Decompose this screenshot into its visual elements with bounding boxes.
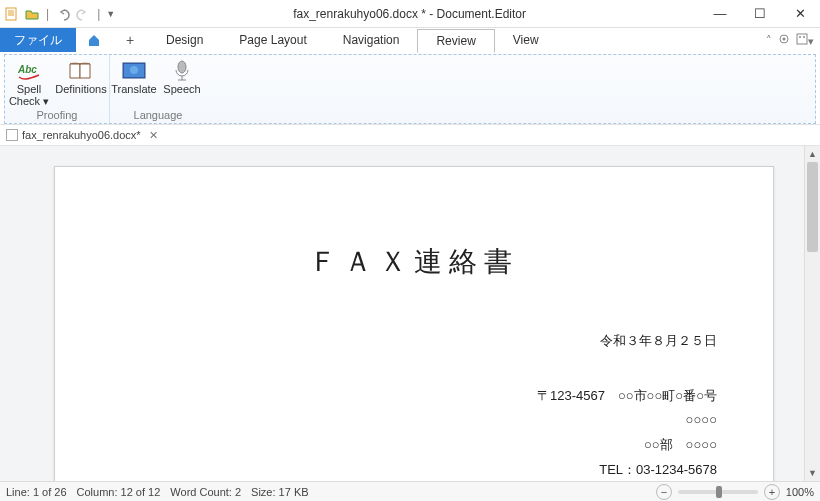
page-content: ＦＡＸ連絡書 令和３年８月２５日 〒123-4567 ○○市○○町○番○号 ○○… [55,167,773,481]
status-word-count: Word Count: 2 [170,486,241,498]
scroll-track[interactable] [807,162,818,465]
document-tab-label[interactable]: fax_renrakuhyo06.docx* [22,129,141,141]
open-icon[interactable] [24,6,40,22]
translate-icon [121,59,147,83]
window-title: fax_renrakuhyo06.docx * - Document.Edito… [119,7,700,21]
proofing-group-label: Proofing [37,109,78,122]
translate-label: Translate [111,83,156,95]
document-page[interactable]: ＦＡＸ連絡書 令和３年８月２５日 〒123-4567 ○○市○○町○番○号 ○○… [54,166,774,481]
status-line: Line: 1 of 26 [6,486,67,498]
close-button[interactable]: ✕ [780,0,820,28]
definitions-label: Definitions [55,83,106,95]
separator: | [97,7,100,21]
ribbon-right-controls: ˄ ▾ [766,28,820,52]
svg-rect-3 [797,34,807,44]
doc-tel: TEL：03-1234-5678 [111,458,717,481]
ribbon: Abc Spell Check ▾ Definitions Proofing T… [4,54,816,124]
language-group-label: Language [134,109,183,122]
status-bar: Line: 1 of 26 Column: 12 of 12 Word Coun… [0,481,820,501]
help-icon[interactable]: ▾ [796,33,814,48]
scroll-down-button[interactable]: ▼ [805,465,820,481]
doc-address: 〒123-4567 ○○市○○町○番○号 [111,384,717,409]
ribbon-group-proofing: Abc Spell Check ▾ Definitions Proofing [5,55,110,123]
scroll-up-button[interactable]: ▲ [805,146,820,162]
file-tab[interactable]: ファイル [0,28,76,52]
svg-point-4 [799,36,801,38]
speech-icon [169,59,195,83]
quick-access-toolbar: | | ▼ [0,0,119,27]
svg-point-2 [783,38,786,41]
minimize-button[interactable]: — [700,0,740,28]
spell-check-button[interactable]: Abc Spell Check ▾ [5,57,53,107]
qat-dropdown-icon[interactable]: ▼ [106,9,115,19]
document-icon [6,129,18,141]
settings-gear-icon[interactable] [778,33,790,47]
new-doc-icon[interactable] [4,6,20,22]
ribbon-group-language: Translate Speech Language [110,55,206,123]
view-tab[interactable]: View [495,28,557,52]
doc-title: ＦＡＸ連絡書 [111,243,717,281]
svg-point-9 [130,66,138,74]
status-column: Column: 12 of 12 [77,486,161,498]
doc-company: ○○○○ [111,408,717,433]
navigation-tab[interactable]: Navigation [325,28,418,52]
review-tab[interactable]: Review [417,29,494,53]
doc-dept: ○○部 ○○○○ [111,433,717,458]
design-tab[interactable]: Design [148,28,221,52]
document-tab-strip: fax_renrakuhyo06.docx* ✕ [0,124,820,146]
spell-check-label: Spell Check [9,83,41,107]
svg-point-10 [178,61,186,73]
zoom-slider[interactable] [678,490,758,494]
maximize-button[interactable]: ☐ [740,0,780,28]
spell-check-icon: Abc [16,59,42,83]
svg-rect-0 [6,8,16,20]
definitions-icon [68,59,94,83]
zoom-control: − + 100% [656,484,814,500]
window-controls: — ☐ ✕ [700,0,820,28]
separator: | [46,7,49,21]
doc-header-right: 令和３年８月２５日 〒123-4567 ○○市○○町○番○号 ○○○○ ○○部 … [111,329,717,481]
document-tab-close-icon[interactable]: ✕ [149,129,158,142]
editor-workspace: ＦＡＸ連絡書 令和３年８月２５日 〒123-4567 ○○市○○町○番○号 ○○… [0,146,820,481]
svg-text:Abc: Abc [17,64,37,75]
menu-bar: ファイル + Design Page Layout Navigation Rev… [0,28,820,52]
page-layout-tab[interactable]: Page Layout [221,28,324,52]
definitions-button[interactable]: Definitions [53,57,109,107]
collapse-ribbon-icon[interactable]: ˄ [766,34,772,47]
scroll-thumb[interactable] [807,162,818,252]
title-bar: | | ▼ fax_renrakuhyo06.docx * - Document… [0,0,820,28]
zoom-in-button[interactable]: + [764,484,780,500]
speech-label: Speech [163,83,200,95]
home-tab-icon[interactable] [76,28,112,52]
undo-icon[interactable] [55,6,71,22]
add-tab-button[interactable]: + [112,28,148,52]
zoom-out-button[interactable]: − [656,484,672,500]
vertical-scrollbar[interactable]: ▲ ▼ [804,146,820,481]
redo-icon[interactable] [75,6,91,22]
svg-point-5 [803,36,805,38]
zoom-level: 100% [786,486,814,498]
doc-date: 令和３年８月２５日 [111,329,717,354]
translate-button[interactable]: Translate [110,57,158,95]
speech-button[interactable]: Speech [158,57,206,95]
status-size: Size: 17 KB [251,486,308,498]
zoom-slider-thumb[interactable] [716,486,722,498]
